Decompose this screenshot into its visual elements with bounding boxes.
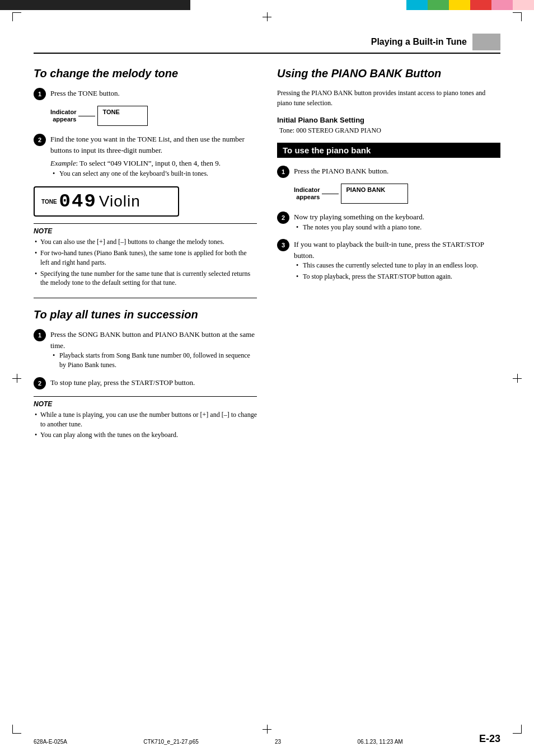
step-pb-2-content: Now try playing something on the keyboar… <box>294 212 500 233</box>
indicator-label-block: Indicator appears <box>50 109 76 123</box>
piano-bank-section-heading: To use the piano bank <box>277 143 500 158</box>
page-footer: 628A-E-025A CTK710_e_21-27.p65 23 06.1.2… <box>34 733 500 745</box>
page-header: Playing a Built-in Tune <box>34 34 500 54</box>
violin-tone-tag: TONE <box>41 199 57 205</box>
header-box-decoration <box>472 34 500 50</box>
note-play-item-2: You can play along with the tunes on the… <box>34 430 257 440</box>
right-column: Using the PIANO BANK Button Pressing the… <box>277 67 500 442</box>
note-item-3: Specifying the tune number for the same … <box>34 269 257 288</box>
tone-box: TONE <box>97 106 148 126</box>
tone-box-label: TONE <box>102 109 119 115</box>
page: Playing a Built-in Tune To change the me… <box>0 0 534 756</box>
step-play-2-text: To stop tune play, press the START/STOP … <box>50 378 195 387</box>
note-list-melody: You can also use the [+] and [–] buttons… <box>34 237 257 288</box>
step-pb-3-content: If you want to playback the built-in tun… <box>294 239 500 283</box>
page-title: Playing a Built-in Tune <box>371 37 467 47</box>
step-circle-2: 2 <box>34 134 46 146</box>
indicator-appears-label: appears <box>53 116 76 123</box>
section-title-piano-bank: Using the PIANO BANK Button <box>277 67 500 80</box>
step-circle-pb-1: 1 <box>277 166 289 178</box>
tone-arrow <box>78 116 95 116</box>
note-label-melody: NOTE <box>34 227 257 235</box>
step-1-melody: 1 Press the TONE button. <box>34 88 257 100</box>
step-circle-pb-3: 3 <box>277 239 289 251</box>
step-play-1-bullet: Playback starts from Song Bank tune numb… <box>50 351 257 370</box>
step-pb-3-bullet-2: To stop playback, press the START/STOP b… <box>294 272 500 281</box>
section-play-all-tunes: To play all tunes in succession 1 Press … <box>34 308 257 440</box>
step-pb-2-text: Now try playing something on the keyboar… <box>294 213 424 221</box>
indicator-label: Indicator <box>50 109 76 116</box>
note-section-melody: NOTE You can also use the [+] and [–] bu… <box>34 223 257 288</box>
violin-text: Violin <box>99 192 140 210</box>
left-column: To change the melody tone 1 Press the TO… <box>34 67 257 442</box>
step-pb-1-content: Press the PIANO BANK button. <box>294 166 500 177</box>
pb-indicator-label-block: Indicator appears <box>294 186 320 201</box>
note-label-play: NOTE <box>34 400 257 408</box>
step-2-content: Find the tone you want in the TONE List,… <box>50 134 257 180</box>
pb-appears-label: appears <box>296 194 320 201</box>
step-2-text: Find the tone you want in the TONE List,… <box>50 135 245 154</box>
step-circle-play-1: 1 <box>34 329 46 341</box>
tone-diagram: Indicator appears TONE <box>50 106 257 126</box>
step-circle-1: 1 <box>34 88 46 100</box>
step-1-text: Press the TONE button. <box>50 89 120 97</box>
arrow-line <box>78 116 95 116</box>
piano-bank-intro: Pressing the PIANO BANK button provides … <box>277 88 500 108</box>
footer-right: E-23 <box>479 733 500 745</box>
footer-left: 628A-E-025A <box>34 739 67 745</box>
example-label: Example <box>50 159 76 167</box>
step-2-play-all: 2 To stop tune play, press the START/STO… <box>34 377 257 389</box>
step-pb-1-text: Press the PIANO BANK button. <box>294 167 388 175</box>
section-title-play-all: To play all tunes in succession <box>34 308 257 321</box>
step-1-play-all: 1 Press the SONG BANK button and PIANO B… <box>34 329 257 372</box>
step-2-bullet: You can select any one of the keyboard’s… <box>50 169 257 179</box>
step-play-2-content: To stop tune play, press the START/STOP … <box>50 377 257 388</box>
step-play-1-text: Press the SONG BANK button and PIANO BAN… <box>50 330 255 350</box>
section-change-melody-tone: To change the melody tone 1 Press the TO… <box>34 67 257 288</box>
step-pb-3-text: If you want to playback the built-in tun… <box>294 240 484 260</box>
step-pb-2-bullet: The notes you play sound with a piano to… <box>294 223 500 232</box>
step-3-piano-bank: 3 If you want to playback the built-in t… <box>277 239 500 283</box>
step-circle-play-2: 2 <box>34 377 46 389</box>
note-item-1: You can also use the [+] and [–] buttons… <box>34 237 257 247</box>
step-pb-3-bullet-1: This causes the currently selected tune … <box>294 261 500 270</box>
pb-arrow-line <box>322 194 339 194</box>
violin-display-box: TONE 049 Violin <box>34 186 179 217</box>
step-1-content: Press the TONE button. <box>50 88 257 99</box>
example-text: : To select “049 VIOLIN”, input 0, then … <box>76 159 221 167</box>
note-item-2: For two-hand tunes (Piano Bank tunes), t… <box>34 248 257 267</box>
piano-bank-box: PIANO BANK <box>341 184 408 204</box>
section-title-melody-tone: To change the melody tone <box>34 67 257 80</box>
step-2-piano-bank: 2 Now try playing something on the keybo… <box>277 212 500 233</box>
step-circle-pb-2: 2 <box>277 212 289 224</box>
pb-indicator-label: Indicator <box>294 186 320 194</box>
note-list-play: While a tune is playing, you can use the… <box>34 410 257 440</box>
step-1-piano-bank: 1 Press the PIANO BANK button. <box>277 166 500 178</box>
section-divider <box>34 298 257 298</box>
violin-digits: 049 <box>59 191 97 212</box>
pb-tone-arrow <box>322 194 339 194</box>
footer-center-right: 06.1.23, 11:23 AM <box>357 739 402 745</box>
initial-setting-label: Initial Piano Bank Setting <box>277 116 500 124</box>
step-2-melody: 2 Find the tone you want in the TONE Lis… <box>34 134 257 180</box>
piano-bank-box-label: PIANO BANK <box>346 186 385 193</box>
note-section-play: NOTE While a tune is playing, you can us… <box>34 396 257 440</box>
note-play-item-1: While a tune is playing, you can use the… <box>34 410 257 429</box>
footer-center: 23 <box>275 739 281 745</box>
initial-setting-value: Tone: 000 STEREO GRAND PIANO <box>279 126 500 135</box>
two-column-layout: To change the melody tone 1 Press the TO… <box>34 67 500 442</box>
footer-center-left: CTK710_e_21-27.p65 <box>143 739 198 745</box>
piano-bank-diagram: Indicator appears PIANO BANK <box>294 184 500 204</box>
step-play-1-content: Press the SONG BANK button and PIANO BAN… <box>50 329 257 372</box>
